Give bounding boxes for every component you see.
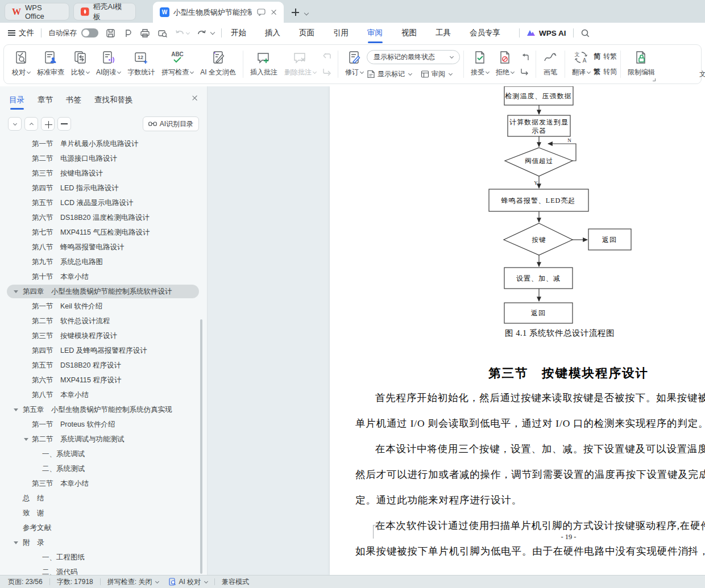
toc-item[interactable]: 第三节 按键电路设计: [0, 166, 207, 181]
tab-document[interactable]: W 小型生物质锅炉节能控制系统: [153, 2, 284, 23]
toc-item-label: 二、系统测试: [42, 465, 85, 473]
wps-ai-button[interactable]: WPS AI: [526, 29, 566, 37]
compatibility-mode[interactable]: 兼容模式: [222, 577, 249, 587]
accept-button[interactable]: 接受: [467, 45, 492, 84]
toc-item[interactable]: 第三节 本章小结: [0, 476, 207, 491]
toc-item[interactable]: 第二节 系统调试与功能测试: [0, 432, 207, 447]
sidebar-tab-3[interactable]: 查找和替换: [94, 95, 133, 105]
toc-item[interactable]: 第五节 DS18B20 程序设计: [0, 358, 207, 373]
review-button[interactable]: 审阅: [421, 69, 452, 79]
pen-button[interactable]: 画笔: [540, 45, 561, 84]
toc-item[interactable]: 第四章 小型生物质锅炉节能控制系统软件设计: [0, 284, 207, 299]
previous-change-icon[interactable]: [520, 53, 529, 61]
toc-item[interactable]: 参考文献: [0, 520, 207, 535]
toc-item[interactable]: 第三节 按键模块程序设计: [0, 328, 207, 343]
track-changes-button[interactable]: 修订: [342, 45, 367, 84]
toc-item[interactable]: 第六节 DS18B20 温度检测电路设计: [0, 210, 207, 225]
toc-item[interactable]: 第八节 本章小结: [0, 387, 207, 402]
menu-tab-4[interactable]: 审阅: [367, 28, 383, 38]
sidebar-scrollbar[interactable]: [200, 319, 202, 574]
close-sidebar-icon[interactable]: [192, 95, 198, 101]
show-markup-button[interactable]: 显示标记: [367, 69, 412, 79]
toc-item[interactable]: 总 结: [0, 491, 207, 506]
collapse-triangle-icon[interactable]: [24, 438, 28, 441]
close-tab-icon[interactable]: [271, 9, 277, 15]
save-button[interactable]: [106, 28, 115, 38]
insert-comment-button[interactable]: 插入批注: [247, 45, 281, 84]
spell-check-button[interactable]: ABC 拼写检查: [158, 45, 197, 84]
toc-item[interactable]: 附 录: [0, 535, 207, 550]
toc-item[interactable]: 第一节 Keil 软件介绍: [0, 299, 207, 314]
toc-item[interactable]: 第五节 LCD 液晶显示电路设计: [0, 195, 207, 210]
toc-item[interactable]: 第四节 LED 及蜂鸣器报警程序设计: [0, 343, 207, 358]
menu-tab-6[interactable]: 工具: [436, 28, 451, 38]
ai-proofread-status[interactable]: AI 校对: [169, 577, 208, 587]
toc-item[interactable]: 一、系统调试: [0, 447, 207, 461]
document-page[interactable]: 检测温度、压强数据 计算数据发送到显 示器 N 阀值超过 Y 蜂鸣器报警、LED…: [330, 86, 705, 575]
markup-state-select[interactable]: 显示标记的最终状态: [367, 50, 460, 64]
menu-tab-0[interactable]: 开始: [231, 28, 246, 38]
autosave-toggle[interactable]: [81, 28, 98, 37]
toc-item[interactable]: 第六节 MXP4115 程序设计: [0, 373, 207, 387]
page-indicator[interactable]: 页面: 23/56: [8, 577, 43, 587]
toc-item[interactable]: 第二节 电源接口电路设计: [0, 151, 207, 166]
menu-tab-1[interactable]: 插入: [265, 28, 280, 38]
export-pdf-button[interactable]: [123, 28, 132, 38]
to-traditional-button[interactable]: 简 转繁: [594, 52, 617, 61]
word-count-indicator[interactable]: 字数: 17918: [57, 577, 93, 587]
toc-item[interactable]: 致 谢: [0, 506, 207, 520]
collapse-triangle-icon[interactable]: [14, 541, 18, 544]
toc-item[interactable]: 第四节 LED 指示电路设计: [0, 181, 207, 195]
toc-item[interactable]: 一、工程图纸: [0, 550, 207, 565]
menu-tab-5[interactable]: 视图: [401, 28, 417, 38]
sidebar-tab-1[interactable]: 章节: [38, 95, 53, 105]
sidebar-tab-0[interactable]: 目录: [9, 95, 24, 105]
collapse-triangle-icon[interactable]: [14, 408, 18, 411]
ai-read-button[interactable]: AI朗读: [93, 45, 124, 84]
toc-item[interactable]: 第二节 软件总设计流程: [0, 314, 207, 328]
tab-wps-office[interactable]: W WPS Office: [5, 3, 69, 20]
comment-bubble-icon[interactable]: [257, 9, 266, 16]
collapse-triangle-icon[interactable]: [14, 290, 18, 293]
menu-tab-7[interactable]: 会员专享: [470, 28, 500, 38]
new-tab-button[interactable]: [292, 9, 299, 16]
spell-check-status[interactable]: 拼写检查: 关闭: [107, 577, 159, 587]
ai-polish-button[interactable]: AI 全文润色: [197, 45, 239, 84]
toc-item[interactable]: 第一节 Proteus 软件介绍: [0, 417, 207, 432]
next-change-icon[interactable]: [520, 68, 529, 76]
proofread-button[interactable]: 校对: [9, 45, 34, 84]
ai-recognize-toc-button[interactable]: AI识别目录: [143, 116, 199, 131]
search-icon[interactable]: [580, 28, 590, 38]
toc-item[interactable]: 第七节 MXP4115 气压检测电路设计: [0, 225, 207, 240]
toc-item[interactable]: 第十节 本章小结: [0, 269, 207, 284]
to-simplified-button[interactable]: 繁 转简: [594, 67, 617, 77]
word-count-button[interactable]: 12 字数统计: [124, 45, 158, 84]
toc-item[interactable]: 第一节 单片机最小系统电路设计: [0, 136, 207, 151]
print-preview-button[interactable]: [157, 28, 168, 38]
toc-item[interactable]: 第八节 蜂鸣器报警电路设计: [0, 240, 207, 255]
tab-docer-templates[interactable]: 稻壳AI模板: [73, 3, 136, 20]
print-button[interactable]: [140, 28, 150, 38]
history-chevron-icon[interactable]: [210, 30, 215, 35]
compare-button[interactable]: 比较: [68, 45, 93, 84]
expand-all-button[interactable]: [8, 117, 22, 131]
collapse-all-button[interactable]: [24, 117, 38, 131]
section-heading: 第三节 按键模块程序设计: [330, 365, 705, 381]
group-expand-icon[interactable]: [653, 78, 656, 81]
file-menu[interactable]: 文件: [8, 28, 34, 38]
sidebar-tab-2[interactable]: 书签: [66, 95, 81, 105]
menu-tab-2[interactable]: 页面: [299, 28, 314, 38]
toc-item[interactable]: 第五章 小型生物质锅炉节能控制系统仿真实现: [0, 402, 207, 417]
toc-item[interactable]: 第九节 系统总电路图: [0, 255, 207, 269]
toc-item[interactable]: 二、系统测试: [0, 461, 207, 476]
zoom-out-toc-button[interactable]: [57, 117, 71, 131]
restrict-edit-button[interactable]: 限制编辑: [624, 45, 658, 84]
zoom-in-toc-button[interactable]: [41, 117, 55, 131]
translate-button[interactable]: 文A 翻译: [569, 45, 594, 84]
tab-list-chevron-icon[interactable]: [304, 11, 309, 15]
reject-button[interactable]: 拒绝: [492, 45, 517, 84]
standard-review-button[interactable]: 标准审查: [34, 45, 68, 84]
redo-button[interactable]: [197, 29, 206, 37]
toc-item[interactable]: 二、源代码: [0, 565, 207, 575]
menu-tab-3[interactable]: 引用: [333, 28, 349, 38]
